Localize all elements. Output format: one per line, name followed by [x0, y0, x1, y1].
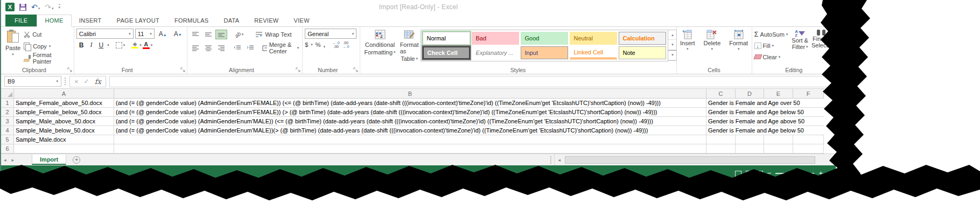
cell-b5[interactable]: [114, 135, 706, 144]
sheet-nav-left-icon[interactable]: ◂: [1, 157, 9, 163]
align-left-button[interactable]: [190, 43, 201, 53]
style-note[interactable]: Note: [619, 46, 666, 59]
autosum-button[interactable]: ΣAutoSum▾: [754, 29, 788, 39]
chevron-down-icon[interactable]: ▾: [107, 43, 109, 47]
number-format-select[interactable]: General▾: [305, 29, 356, 39]
zoom-slider[interactable]: [775, 173, 814, 174]
cell-c6[interactable]: [706, 144, 736, 154]
tab-view[interactable]: VIEW: [286, 15, 317, 26]
sort-filter-button[interactable]: AZ Sort & Filter▾: [790, 29, 810, 65]
cut-button[interactable]: Cut: [23, 29, 72, 40]
cell-c2[interactable]: Gender is Female and Age below 50: [706, 108, 824, 117]
chevron-down-icon[interactable]: ▾: [311, 43, 313, 47]
style-linked-cell[interactable]: Linked Cell: [570, 46, 617, 59]
cell-f5[interactable]: [793, 135, 824, 144]
cell-b4[interactable]: (and (= (@ genderCode value) (AdminGende…: [114, 126, 706, 135]
increase-decimal-button[interactable]: ←.0.00: [333, 41, 340, 48]
decrease-indent-button[interactable]: [232, 43, 243, 53]
column-header-b[interactable]: B: [114, 89, 706, 99]
chevron-down-icon[interactable]: ▾: [139, 43, 142, 47]
borders-icon[interactable]: [116, 42, 122, 48]
column-header-a[interactable]: A: [14, 89, 114, 99]
column-header-e[interactable]: E: [764, 89, 793, 99]
formula-input[interactable]: [109, 76, 832, 87]
orientation-icon[interactable]: ab: [234, 30, 242, 39]
delete-cells-button[interactable]: Delete ▾: [699, 29, 725, 65]
tab-formulas[interactable]: FORMULAS: [167, 15, 216, 26]
cancel-icon[interactable]: ×: [74, 78, 79, 86]
tab-file[interactable]: FILE: [5, 15, 37, 26]
page-layout-view-icon[interactable]: [746, 171, 752, 177]
bold-button[interactable]: B: [76, 41, 87, 50]
normal-view-icon[interactable]: [735, 171, 741, 177]
cell-a1[interactable]: Sample_Female_above_50.docx: [14, 99, 114, 108]
fill-button[interactable]: ↓Fill▾: [754, 40, 788, 51]
style-normal[interactable]: Normal: [423, 32, 470, 45]
increase-indent-button[interactable]: [244, 43, 256, 53]
align-center-button[interactable]: [202, 43, 214, 53]
style-neutral[interactable]: Neutral: [570, 32, 617, 45]
row-header[interactable]: 4: [1, 126, 14, 135]
sheet-nav-right-icon[interactable]: ▸: [9, 157, 17, 163]
tab-splitter-handle[interactable]: [550, 156, 552, 164]
zoom-slider-thumb[interactable]: [793, 171, 796, 176]
decrease-font-size-button[interactable]: A▼: [171, 30, 185, 38]
increase-font-size-button[interactable]: A▲: [156, 30, 170, 38]
format-as-table-button[interactable]: Format as Table▾: [398, 29, 421, 65]
style-check-cell[interactable]: Check Cell: [423, 46, 470, 59]
find-select-button[interactable]: Find & Select▾: [810, 29, 832, 65]
merge-center-button[interactable]: Merge & Center ▾: [261, 42, 300, 54]
row-header[interactable]: 3: [1, 117, 14, 126]
cell-c3[interactable]: Gender is Female and Age above 50: [706, 117, 824, 126]
tab-data[interactable]: DATA: [216, 15, 247, 26]
style-good[interactable]: Good: [521, 32, 568, 45]
style-calculation[interactable]: Calculation: [619, 32, 666, 45]
cell-e5[interactable]: [764, 135, 793, 144]
conditional-formatting-button[interactable]: ≠ Conditional Formatting▾: [362, 29, 398, 65]
align-top-button[interactable]: [190, 30, 201, 39]
tab-insert[interactable]: INSERT: [72, 15, 109, 26]
scroll-left-icon[interactable]: ◂: [554, 154, 564, 165]
chevron-down-icon[interactable]: ▾: [242, 32, 244, 37]
font-size-select[interactable]: 11▾: [135, 29, 155, 39]
copy-button[interactable]: Copy ▾: [23, 40, 72, 52]
tab-home[interactable]: HOME: [37, 15, 71, 27]
style-bad[interactable]: Bad: [472, 32, 519, 45]
font-dialog-launcher-icon[interactable]: [180, 67, 186, 73]
underline-button[interactable]: U: [96, 41, 107, 50]
zoom-out-icon[interactable]: −: [767, 171, 772, 176]
clipboard-dialog-launcher-icon[interactable]: [67, 67, 73, 73]
select-all-corner[interactable]: [1, 89, 14, 99]
tab-page-layout[interactable]: PAGE LAYOUT: [109, 15, 167, 26]
cell-c1[interactable]: Gender is Female and Age over 50: [706, 99, 824, 108]
format-painter-button[interactable]: Format Painter: [23, 52, 72, 64]
page-break-view-icon[interactable]: [757, 171, 763, 177]
cell-a5[interactable]: Sample_Male.docx: [14, 135, 114, 144]
save-icon[interactable]: [19, 4, 26, 11]
decrease-decimal-button[interactable]: .00→.0: [342, 41, 349, 48]
fill-color-icon[interactable]: ◆: [131, 41, 138, 48]
row-header[interactable]: 1: [1, 99, 14, 108]
cell-b2[interactable]: (and (= (@ genderCode value) (AdminGende…: [114, 108, 706, 117]
insert-function-icon[interactable]: fx: [95, 78, 101, 86]
cell-a3[interactable]: Sample_Male_above_50.docx: [14, 117, 114, 126]
column-header-d[interactable]: D: [736, 89, 764, 99]
scrollbar-track[interactable]: [564, 154, 836, 165]
tab-review[interactable]: REVIEW: [247, 15, 286, 26]
currency-format-button[interactable]: $: [305, 41, 308, 48]
cell-f6[interactable]: [793, 144, 824, 154]
column-header-c[interactable]: C: [706, 89, 736, 99]
wrap-text-button[interactable]: Wrap Text: [254, 29, 292, 40]
style-explanatory[interactable]: Explanatory ...: [472, 46, 519, 59]
alignment-dialog-launcher-icon[interactable]: [296, 67, 301, 73]
cell-b6[interactable]: [114, 144, 706, 154]
align-right-button[interactable]: [215, 43, 227, 53]
chevron-down-icon[interactable]: ▾: [123, 43, 125, 47]
column-header-f[interactable]: F: [793, 89, 824, 99]
cell-b1[interactable]: (and (= (@ genderCode value) (AdminGende…: [114, 99, 706, 108]
insert-cells-button[interactable]: Insert ▾: [676, 29, 699, 65]
cell-c5[interactable]: [706, 135, 736, 144]
align-bottom-button[interactable]: [215, 30, 227, 39]
name-box[interactable]: B9▾: [4, 76, 61, 87]
cell-e6[interactable]: [764, 144, 793, 154]
